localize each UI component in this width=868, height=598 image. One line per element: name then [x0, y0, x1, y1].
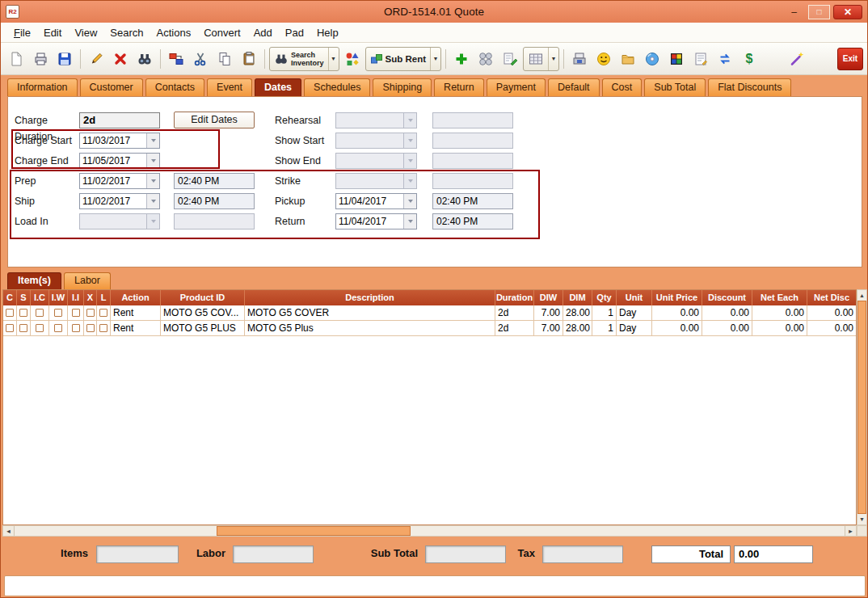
tab-customer[interactable]: Customer — [80, 78, 143, 96]
paste-icon[interactable] — [238, 48, 260, 70]
shapes-icon[interactable] — [341, 48, 364, 70]
column-header[interactable]: Net Each — [752, 290, 807, 305]
grid-dropdown[interactable]: ▼ — [548, 48, 558, 70]
column-header[interactable]: Discount — [702, 290, 752, 305]
menu-search[interactable]: Search — [103, 25, 150, 40]
search-inventory-button[interactable]: Search Inventory ▼ — [269, 47, 339, 71]
copy-icon[interactable] — [213, 48, 236, 70]
grid-button[interactable]: ▼ — [523, 47, 559, 71]
tab-labor[interactable]: Labor — [64, 272, 111, 289]
checkbox[interactable] — [99, 309, 107, 317]
column-header[interactable]: Net Disc — [807, 290, 856, 305]
checkbox[interactable] — [6, 324, 14, 332]
table-row[interactable]: Rent MOTO G5 PLUS MOTO G5 Plus 2d 7.00 2… — [3, 321, 856, 336]
balls-icon[interactable] — [474, 48, 497, 70]
column-header[interactable]: Duration — [495, 290, 534, 305]
menu-convert[interactable]: Convert — [197, 25, 247, 40]
column-header[interactable]: S — [17, 290, 31, 305]
site-printer-icon[interactable] — [568, 48, 591, 70]
horizontal-scrollbar[interactable]: ◄ ► — [2, 525, 857, 537]
column-header[interactable]: DIM — [563, 290, 592, 305]
table-row[interactable]: Rent MOTO G5 COV... MOTO G5 COVER 2d 7.0… — [3, 305, 856, 321]
edit-pencil-icon[interactable] — [85, 48, 107, 70]
add-icon[interactable] — [450, 48, 473, 70]
note-edit-icon[interactable] — [499, 48, 521, 70]
checkbox[interactable] — [36, 309, 44, 317]
pickup-date-combo[interactable]: 11/04/2017 — [335, 193, 417, 209]
checkbox[interactable] — [86, 309, 95, 317]
checkbox[interactable] — [6, 309, 14, 317]
close-button[interactable]: ✕ — [833, 5, 862, 19]
column-header[interactable]: X — [84, 290, 97, 305]
binoculars-icon[interactable] — [133, 48, 156, 70]
vertical-scrollbar[interactable]: ▲ ▼ — [857, 289, 867, 525]
checkbox[interactable] — [19, 309, 27, 317]
checkbox[interactable] — [86, 324, 95, 332]
edit-dates-button[interactable]: Edit Dates — [174, 112, 255, 128]
charge-end-combo[interactable]: 11/05/2017 — [79, 153, 160, 169]
tab-sub-total[interactable]: Sub Total — [644, 78, 706, 96]
new-document-icon[interactable] — [5, 48, 27, 70]
tab-return[interactable]: Return — [434, 78, 484, 96]
column-header[interactable]: C — [3, 290, 17, 305]
save-icon[interactable] — [53, 48, 76, 70]
pickup-time-field[interactable]: 02:40 PM — [432, 193, 513, 209]
tab-shipping[interactable]: Shipping — [373, 78, 432, 96]
sub-rent-button[interactable]: Sub Rent ▼ — [365, 47, 441, 71]
tab-default[interactable]: Default — [548, 78, 600, 96]
tab-contacts[interactable]: Contacts — [145, 78, 204, 96]
checkbox[interactable] — [54, 309, 62, 317]
menu-file[interactable]: File — [7, 25, 37, 40]
smiley-icon[interactable] — [592, 48, 615, 70]
tab-event[interactable]: Event — [207, 78, 252, 96]
tab-dates[interactable]: Dates — [255, 78, 301, 96]
tab-cost[interactable]: Cost — [602, 78, 643, 96]
tab-items[interactable]: Item(s) — [7, 272, 61, 289]
transfer-icon[interactable] — [165, 48, 188, 70]
chevron-down-icon[interactable] — [146, 154, 159, 168]
ship-date-combo[interactable]: 11/02/2017 — [79, 193, 160, 209]
tab-payment[interactable]: Payment — [487, 78, 546, 96]
cube-icon[interactable] — [665, 48, 688, 70]
folder-icon[interactable] — [617, 48, 639, 70]
column-header[interactable]: I.W — [49, 290, 68, 305]
menu-pad[interactable]: Pad — [279, 25, 310, 40]
scroll-left-icon[interactable]: ◄ — [3, 526, 15, 536]
column-header[interactable]: Qty — [592, 290, 617, 305]
column-header[interactable]: Action — [111, 290, 161, 305]
chevron-down-icon[interactable] — [403, 214, 416, 229]
column-header[interactable]: Description — [245, 290, 495, 305]
dollar-icon[interactable]: $ — [738, 48, 761, 70]
notepad-icon[interactable] — [689, 48, 712, 70]
menu-actions[interactable]: Actions — [150, 25, 198, 40]
checkbox[interactable] — [19, 324, 27, 332]
column-header[interactable]: I.C — [31, 290, 49, 305]
scroll-right-icon[interactable]: ► — [845, 526, 856, 536]
column-header[interactable]: L — [97, 290, 111, 305]
prep-time-field[interactable]: 02:40 PM — [174, 173, 255, 189]
checkbox[interactable] — [72, 324, 80, 332]
total-button[interactable]: Total — [651, 545, 731, 563]
charge-start-combo[interactable]: 11/03/2017 — [79, 133, 160, 149]
menu-view[interactable]: View — [68, 25, 103, 40]
checkbox[interactable] — [36, 324, 44, 332]
column-header[interactable]: DIW — [534, 290, 563, 305]
chevron-down-icon[interactable] — [403, 194, 416, 208]
sub-rent-dropdown[interactable]: ▼ — [430, 48, 440, 70]
checkbox[interactable] — [54, 324, 62, 332]
menu-help[interactable]: Help — [310, 25, 345, 40]
minimize-button[interactable]: – — [783, 5, 805, 19]
menu-edit[interactable]: Edit — [37, 25, 68, 40]
exit-button[interactable]: Exit — [837, 48, 863, 70]
chevron-down-icon[interactable] — [146, 174, 159, 188]
sub-rent-main[interactable]: Sub Rent — [366, 48, 430, 70]
scroll-down-icon[interactable]: ▼ — [857, 514, 866, 524]
return-date-combo[interactable]: 11/04/2017 — [335, 213, 417, 230]
charge-duration-field[interactable]: 2d — [79, 112, 160, 128]
tab-schedules[interactable]: Schedules — [304, 78, 370, 96]
chevron-down-icon[interactable] — [146, 133, 159, 148]
maximize-button[interactable]: □ — [808, 5, 830, 19]
search-inventory-main[interactable]: Search Inventory — [270, 48, 328, 70]
checkbox[interactable] — [99, 324, 107, 332]
horizontal-scroll-track[interactable] — [15, 526, 845, 536]
